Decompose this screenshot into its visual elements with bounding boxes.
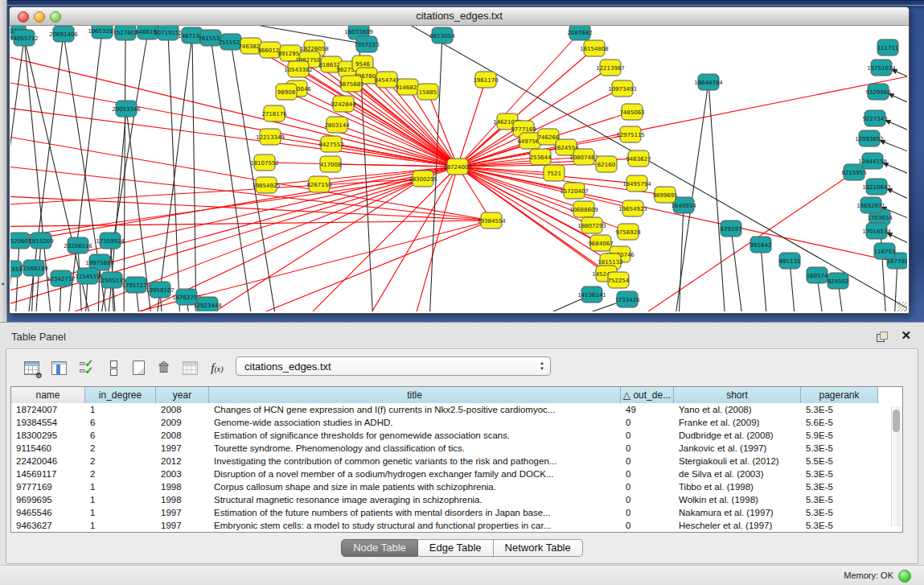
column-header-in_degree[interactable]: in_degree: [85, 387, 156, 403]
network-node[interactable]: 12444158: [858, 153, 887, 169]
network-edge[interactable]: [351, 84, 458, 167]
network-node[interactable]: 98908: [276, 84, 297, 100]
network-node[interactable]: 16648784: [694, 74, 723, 90]
network-node[interactable]: 20053346: [112, 101, 141, 117]
network-node[interactable]: 752254: [608, 272, 630, 288]
select-columns-icon[interactable]: ▭✓▭✓: [76, 357, 97, 378]
column-header-out_de[interactable]: △ out_de...: [621, 387, 674, 403]
network-canvas[interactable]: 1403557140557122069140610653287152760264…: [10, 26, 907, 311]
network-node[interactable]: 891135: [779, 253, 801, 269]
network-node[interactable]: 7521: [544, 165, 565, 181]
panel-collapse-handle[interactable]: ◂: [1, 280, 5, 287]
network-window-titlebar[interactable]: citations_edges.txt: [10, 7, 909, 26]
network-node[interactable]: 2803144: [324, 117, 350, 133]
network-node[interactable]: 11568189: [19, 260, 48, 276]
network-node[interactable]: 253644: [530, 149, 552, 165]
table-selector-dropdown[interactable]: citations_edges.txt ▲▼: [236, 356, 551, 376]
network-node[interactable]: 9329966: [865, 84, 891, 100]
table-row[interactable]: 911546021997Tourette syndrome. Phenomeno…: [11, 442, 902, 455]
network-node[interactable]: 19384554: [477, 212, 506, 229]
network-node[interactable]: 9227343: [862, 110, 887, 126]
network-node[interactable]: 116753: [874, 243, 896, 259]
network-edge[interactable]: [168, 32, 180, 311]
network-node[interactable]: 9875685: [339, 76, 363, 92]
network-node[interactable]: 15751074: [867, 60, 896, 76]
scrollbar-thumb[interactable]: [893, 410, 900, 432]
close-icon[interactable]: ✕: [901, 328, 911, 343]
network-node[interactable]: 2087682: [567, 26, 592, 40]
network-node[interactable]: 9756928: [615, 224, 640, 240]
network-node[interactable]: 19854925: [252, 177, 281, 193]
network-node[interactable]: 7357223: [354, 36, 379, 52]
network-node[interactable]: 991642: [750, 237, 772, 253]
citation-network-graph[interactable]: 1403557140557122069140610653287152760264…: [10, 26, 907, 311]
network-edge[interactable]: [731, 229, 743, 311]
table-row[interactable]: 977716911998Corpus callosum shape and si…: [11, 480, 902, 493]
network-edge[interactable]: [192, 35, 196, 311]
network-node[interactable]: 9242844: [331, 96, 356, 112]
table-row[interactable]: 1938455462009Genome-wide association stu…: [11, 416, 902, 429]
network-node[interactable]: 16154808: [580, 40, 609, 56]
network-node[interactable]: 15720407: [560, 183, 589, 199]
network-node[interactable]: 1815209: [28, 233, 53, 249]
column-header-year[interactable]: year: [156, 387, 209, 403]
window-resize-grip[interactable]: [897, 302, 907, 311]
network-node[interactable]: 19654923: [618, 200, 647, 216]
network-edge[interactable]: [679, 205, 684, 311]
network-node[interactable]: 10688609: [569, 201, 598, 217]
network-node[interactable]: 16210643: [862, 179, 891, 195]
network-node[interactable]: 62160: [596, 156, 617, 172]
network-node[interactable]: 15692971: [856, 197, 885, 213]
network-node[interactable]: 17359924: [96, 233, 125, 249]
network-node[interactable]: 9463627: [626, 150, 651, 167]
delete-table-icon[interactable]: 🗑: [154, 357, 175, 378]
table-row[interactable]: 946362711997Embryonic stem cells: a mode…: [11, 519, 902, 532]
network-edge[interactable]: [885, 120, 907, 135]
network-node[interactable]: 9146821: [395, 79, 420, 95]
network-node[interactable]: 10807487: [569, 149, 598, 165]
network-node[interactable]: 10973493: [608, 80, 637, 97]
network-node[interactable]: 8267150: [306, 176, 331, 192]
network-node[interactable]: 1961170: [473, 72, 498, 88]
network-node[interactable]: 160574: [807, 267, 828, 283]
row-options-icon[interactable]: [103, 357, 124, 378]
network-node[interactable]: 12975115: [616, 126, 645, 142]
network-node[interactable]: 20206516: [64, 237, 92, 253]
network-edge[interactable]: [879, 140, 907, 156]
network-edge[interactable]: [211, 38, 253, 311]
network-node[interactable]: 20691406: [49, 26, 78, 42]
network-node[interactable]: 1154519: [75, 268, 100, 284]
network-node[interactable]: 8427552: [318, 136, 343, 152]
table-row[interactable]: 946554611997Estimation of the future num…: [11, 506, 902, 519]
network-node[interactable]: 111711: [877, 39, 899, 56]
network-node[interactable]: 679197: [721, 220, 742, 237]
table-row[interactable]: 969969511998Structural magnetic resonanc…: [11, 493, 902, 506]
function-builder-icon[interactable]: f(x): [207, 357, 228, 378]
network-edge[interactable]: [888, 93, 907, 108]
network-node[interactable]: 18300295: [409, 171, 437, 187]
network-node[interactable]: 1733426: [614, 291, 640, 307]
table-row[interactable]: 2242004622012Investigating the contribut…: [11, 455, 902, 468]
network-node[interactable]: 14055712: [10, 30, 39, 46]
tab-edge-table[interactable]: Edge Table: [418, 539, 494, 557]
network-edge[interactable]: [196, 179, 423, 311]
tab-node-table[interactable]: Node Table: [341, 539, 418, 557]
tab-network-table[interactable]: Network Table: [494, 539, 583, 557]
column-header-title[interactable]: title: [209, 387, 621, 403]
network-edge[interactable]: [886, 188, 907, 204]
vertical-scrollbar[interactable]: [891, 406, 901, 527]
table-settings-icon[interactable]: ⚙: [21, 357, 42, 378]
memory-status-indicator[interactable]: [898, 570, 911, 583]
network-node[interactable]: 9899695: [652, 187, 677, 203]
network-node[interactable]: 14136141: [577, 286, 606, 303]
network-node[interactable]: 417008: [320, 156, 342, 172]
network-node-hub[interactable]: 18724007: [443, 159, 472, 175]
network-edge[interactable]: [882, 163, 907, 179]
network-edge[interactable]: [92, 220, 491, 311]
network-node[interactable]: 15885: [417, 84, 438, 100]
network-edge[interactable]: [761, 245, 767, 311]
network-node[interactable]: 18807293: [577, 217, 606, 233]
network-edge[interactable]: [274, 113, 458, 167]
network-node[interactable]: 18495794: [622, 175, 651, 192]
network-node[interactable]: 924502: [827, 273, 849, 289]
